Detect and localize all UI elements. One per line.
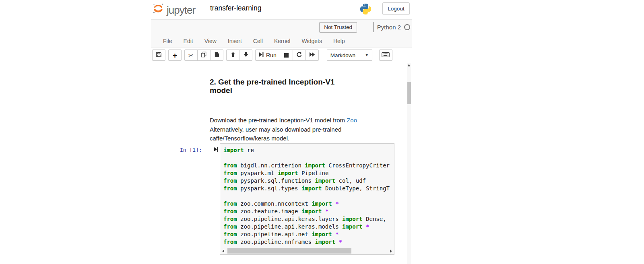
menu-insert[interactable]: Insert (222, 35, 248, 47)
para-text-2: Alternatively, user may also download pr… (210, 126, 341, 133)
kernel-idle-indicator-icon (404, 24, 410, 30)
python-logo-icon (359, 3, 372, 17)
menu-band: Not Trusted Python 2 File Edit View Inse… (151, 19, 412, 47)
code-input-box[interactable]: import re from bigdl.nn.criterion import… (220, 143, 394, 255)
move-cell-up-button[interactable] (226, 50, 239, 61)
jupyter-logo-text: jupyter (167, 4, 195, 16)
fast-forward-icon (309, 52, 315, 59)
stop-icon (284, 53, 289, 58)
notebook-vertical-scrollbar[interactable] (407, 63, 411, 264)
markdown-cell[interactable]: 2. Get the pre-trained Inception-V1 mode… (210, 78, 371, 143)
plus-icon: + (173, 52, 177, 59)
heading-line-1: 2. Get the pre-trained Inception-V1 (210, 78, 371, 86)
kernel-separator (373, 22, 374, 32)
not-trusted-button[interactable]: Not Trusted (319, 22, 357, 33)
kernel-name: Python 2 (377, 24, 401, 31)
menu-cell[interactable]: Cell (248, 35, 268, 47)
vertical-scroll-thumb[interactable] (407, 82, 411, 104)
trust-row: Not Trusted Python 2 (151, 20, 412, 35)
scroll-up-arrow-icon[interactable] (408, 64, 410, 66)
restart-kernel-button[interactable] (293, 50, 306, 61)
scissors-icon: ✂ (188, 52, 194, 58)
cell-type-value: Markdown (330, 52, 355, 58)
menu-kernel[interactable]: Kernel (268, 35, 296, 47)
logout-button[interactable]: Logout (382, 2, 410, 15)
interrupt-kernel-button[interactable] (280, 50, 293, 61)
kernel-cluster: Python 2 (373, 22, 410, 32)
toolbar: + ✂ (151, 47, 412, 63)
menubar: File Edit View Insert Cell Kernel Widget… (151, 35, 412, 47)
run-button[interactable]: Run (255, 50, 280, 61)
run-label: Run (266, 52, 277, 58)
restart-icon (296, 52, 302, 59)
copy-cell-button[interactable] (197, 50, 211, 61)
markdown-paragraph: Download the pre-trained Inception-V1 mo… (210, 116, 371, 143)
jupyter-planet-icon (152, 2, 164, 16)
jupyter-logo[interactable]: jupyter (152, 2, 195, 16)
move-cell-down-button[interactable] (239, 50, 252, 61)
menu-widgets[interactable]: Widgets (296, 35, 328, 47)
notebook-title[interactable]: transfer-learning (210, 4, 261, 12)
restart-run-all-button[interactable] (305, 50, 319, 61)
scroll-right-arrow-icon[interactable] (390, 250, 392, 253)
arrow-up-icon (230, 52, 236, 59)
heading-line-2: model (210, 86, 371, 95)
save-icon (156, 52, 162, 59)
cut-cell-button[interactable]: ✂ (184, 50, 198, 61)
command-palette-button[interactable] (379, 50, 392, 61)
keyboard-icon (382, 52, 390, 59)
zoo-link[interactable]: Zoo (347, 117, 357, 124)
arrow-down-icon (243, 52, 249, 59)
insert-cell-below-button[interactable]: + (168, 50, 182, 61)
code-horizontal-scrollbar[interactable] (220, 248, 394, 254)
scroll-left-arrow-icon[interactable] (222, 250, 224, 253)
input-prompt: In [1]: (180, 147, 202, 153)
menu-view[interactable]: View (199, 35, 222, 47)
save-button[interactable] (152, 50, 165, 61)
cell-type-dropdown[interactable]: Markdown ▼ (327, 50, 372, 61)
notebook-container: 2. Get the pre-trained Inception-V1 mode… (151, 63, 412, 264)
paste-icon (214, 52, 220, 59)
run-step-forward-icon (259, 52, 264, 58)
paste-cell-button[interactable] (210, 50, 223, 61)
para-text-1: Download the pre-trained Inception-V1 mo… (210, 117, 347, 124)
chevron-down-icon: ▼ (365, 53, 369, 57)
menu-edit[interactable]: Edit (178, 35, 199, 47)
horizontal-scroll-thumb[interactable] (227, 248, 351, 254)
jupyter-notebook-app: jupyter transfer-learning Logout Not Tru… (0, 0, 644, 264)
content-column: jupyter transfer-learning Logout Not Tru… (151, 0, 412, 264)
menu-help[interactable]: Help (328, 35, 351, 47)
notebook-header: jupyter transfer-learning Logout (151, 0, 412, 19)
markdown-heading: 2. Get the pre-trained Inception-V1 mode… (210, 78, 371, 95)
menu-file[interactable]: File (157, 35, 178, 47)
code-area[interactable]: import re from bigdl.nn.criterion import… (220, 144, 394, 246)
cell-run-icon[interactable] (213, 146, 219, 154)
para-text-3: caffe/Tensorflow/keras model. (210, 135, 289, 142)
copy-icon (201, 52, 207, 59)
